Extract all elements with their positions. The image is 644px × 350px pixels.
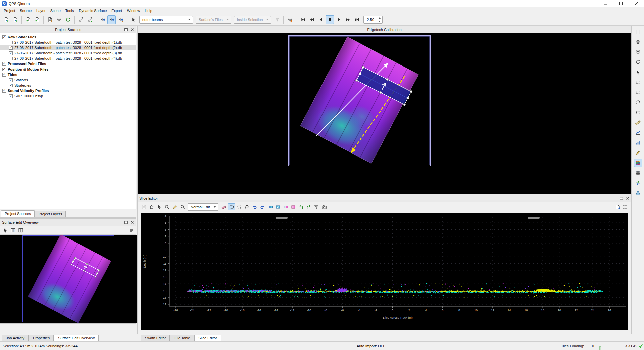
split-view-icon[interactable] [17, 227, 24, 234]
satellite-uncorrected-icon[interactable] [77, 15, 85, 24]
step-back-button[interactable] [316, 15, 325, 24]
menu-project[interactable]: Project [1, 8, 17, 13]
slice-filter-icon[interactable] [273, 15, 281, 24]
menu-dynamic-surface[interactable]: Dynamic Surface [77, 8, 109, 13]
swap-layers-icon[interactable] [634, 179, 642, 187]
spin-down-icon[interactable] [377, 20, 382, 23]
surface-edit-overview-canvas[interactable] [0, 235, 137, 323]
turn-left-icon[interactable] [297, 203, 304, 210]
surface-edit-icon[interactable] [634, 159, 642, 167]
checkbox[interactable] [9, 41, 13, 44]
checkbox[interactable] [9, 78, 13, 82]
edit-mode-combo[interactable]: Normal Edit [188, 203, 218, 211]
tab-swath-editor[interactable]: Swath Editor [141, 335, 170, 341]
checkbox[interactable] [9, 51, 13, 55]
minimize-button[interactable] [598, 0, 613, 7]
tab-project-sources[interactable]: Project Sources [1, 210, 35, 217]
close-panel-button[interactable] [625, 195, 630, 201]
close-panel-button[interactable] [129, 219, 135, 225]
skip-end-button[interactable] [353, 15, 361, 24]
tree-item[interactable]: Tides [0, 72, 136, 77]
svp-editor-icon[interactable] [98, 15, 107, 24]
accept-forward-icon[interactable] [266, 203, 274, 210]
menu-icon[interactable] [128, 227, 135, 234]
float-panel-button[interactable] [618, 195, 624, 201]
svp-manager-icon[interactable] [116, 15, 125, 24]
menu-source[interactable]: Source [17, 8, 34, 13]
slice-plot-area[interactable]: 4567891011121314151617-26-24-22-20-18-16… [141, 213, 628, 330]
refresh-icon[interactable] [64, 15, 72, 24]
tab-properties[interactable]: Properties [29, 335, 54, 341]
checkbox[interactable] [9, 46, 13, 50]
undo-icon[interactable] [251, 203, 258, 210]
beam-filter-combo[interactable]: outer beams [139, 16, 193, 24]
pointer-mode-icon[interactable] [129, 15, 138, 24]
tree-item[interactable]: Strategies [0, 83, 136, 88]
slice-filter-icon[interactable] [313, 203, 320, 210]
play-button[interactable] [335, 15, 343, 24]
checkbox[interactable] [2, 62, 6, 66]
polygon-select-icon[interactable] [634, 108, 642, 117]
redo-icon[interactable] [259, 203, 266, 210]
svp-apply-icon[interactable] [107, 15, 116, 24]
checkbox[interactable] [2, 89, 6, 93]
menu-export[interactable]: Export [109, 8, 125, 13]
reject-forward-icon[interactable] [282, 203, 289, 210]
tree-item[interactable]: Position & Motion Files [0, 67, 136, 72]
surface-files-combo[interactable]: Surface's Files [196, 16, 231, 24]
import-processed-icon[interactable] [33, 15, 41, 24]
pencil-icon[interactable] [634, 148, 642, 157]
checkbox[interactable] [9, 57, 13, 60]
float-panel-button[interactable] [123, 219, 129, 225]
close-button[interactable] [629, 0, 644, 7]
pointer-select-icon[interactable] [634, 68, 642, 76]
measure-icon[interactable] [634, 118, 642, 127]
circle-select-icon[interactable] [634, 98, 642, 106]
rewind-button[interactable] [307, 15, 316, 24]
eraser-icon[interactable] [220, 203, 227, 210]
histogram-icon[interactable] [634, 138, 642, 147]
checkbox[interactable] [2, 73, 6, 77]
camera-icon[interactable] [320, 203, 328, 210]
tab-file-table[interactable]: File Table [170, 335, 194, 341]
view-3d-icon[interactable] [634, 48, 642, 56]
scene-canvas[interactable] [138, 33, 631, 194]
satellite-corrected-icon[interactable] [86, 15, 94, 24]
zoom-select-icon[interactable] [163, 203, 170, 210]
tree-item[interactable]: Processed Point Files [0, 61, 136, 67]
reject-selection-icon[interactable] [290, 203, 297, 210]
float-panel-button[interactable] [123, 27, 129, 32]
selection-mode-combo[interactable]: Inside Selection [234, 16, 271, 24]
rotate-view-icon[interactable] [634, 58, 642, 66]
tab-project-layers[interactable]: Project Layers [35, 211, 66, 217]
turn-right-icon[interactable] [305, 203, 312, 210]
tree-item[interactable]: 27-06-2017 Sabertooth - patch test 0028 … [0, 40, 136, 45]
add-processed-points-icon[interactable] [11, 15, 19, 24]
checkbox[interactable] [9, 84, 13, 87]
dashed-rect-select-icon[interactable] [634, 88, 642, 96]
maximize-button[interactable] [613, 0, 629, 7]
menu-scene[interactable]: Scene [48, 8, 63, 13]
tab-surface-edit-overview[interactable]: Surface Edit Overview [54, 335, 99, 341]
fast-forward-button[interactable] [344, 15, 352, 24]
tree-item[interactable]: Raw Sonar Files [0, 34, 136, 40]
processing-settings-icon[interactable] [55, 15, 63, 24]
rect-select-icon[interactable] [228, 203, 235, 210]
pointer-icon[interactable] [156, 203, 163, 210]
accept-selection-icon[interactable] [274, 203, 281, 210]
checkbox[interactable] [2, 35, 6, 39]
rect-select-icon[interactable] [634, 78, 642, 86]
layers-icon[interactable] [634, 38, 642, 46]
menu-tools[interactable]: Tools [63, 8, 77, 13]
tree-item[interactable]: SVP_00001.bsvp [0, 93, 136, 99]
water-column-icon[interactable] [634, 189, 642, 197]
tree-item[interactable]: Sound Velocity Profiles [0, 88, 136, 93]
magnifier-icon[interactable] [179, 203, 186, 210]
add-raw-sonar-icon[interactable] [2, 15, 10, 24]
skip-start-button[interactable] [298, 15, 307, 24]
view-grid-icon[interactable] [634, 28, 642, 36]
pencil-icon[interactable] [171, 203, 178, 210]
checkbox[interactable] [9, 94, 13, 98]
menu-layer[interactable]: Layer [34, 8, 48, 13]
polygon-select-icon[interactable] [236, 203, 243, 210]
